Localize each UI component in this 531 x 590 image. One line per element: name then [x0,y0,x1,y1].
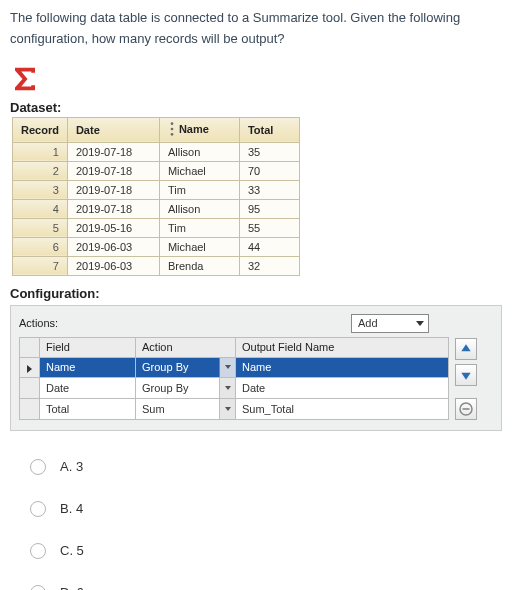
cell-total: 33 [239,180,299,199]
add-dropdown[interactable]: Add [351,314,429,333]
svg-point-2 [171,133,174,136]
cell-total: 35 [239,142,299,161]
option-label: B. 4 [60,501,83,516]
cell-record: 7 [13,256,68,275]
cell-total: 95 [239,199,299,218]
table-row: 62019-06-03Michael44 [13,237,300,256]
cell-field[interactable]: Total [40,398,136,419]
question-text: The following data table is connected to… [10,8,521,50]
delete-button[interactable] [455,398,477,420]
cell-record: 6 [13,237,68,256]
config-row[interactable]: DateGroup ByDate [20,378,449,399]
chevron-down-icon[interactable] [219,378,235,398]
option-label: D. 6 [60,585,84,590]
col-date: Date [67,117,159,142]
cell-action[interactable]: Group By [136,378,236,399]
add-dropdown-label: Add [358,317,378,329]
table-row: 12019-07-18Allison35 [13,142,300,161]
current-row-icon [27,365,32,373]
cell-record: 3 [13,180,68,199]
cell-name: Allison [159,199,239,218]
row-selector[interactable] [20,378,40,399]
table-row: 22019-07-18Michael70 [13,161,300,180]
col-name: Name [159,117,239,142]
dataset-table: Record Date Name Total 12019-07-18Alliso… [12,117,300,276]
cell-field[interactable]: Name [40,357,136,378]
radio-icon[interactable] [30,501,46,517]
col-total: Total [239,117,299,142]
svg-point-1 [171,127,174,130]
cell-output[interactable]: Sum_Total [236,398,449,419]
cell-name: Michael [159,161,239,180]
cell-action[interactable]: Group By [136,357,236,378]
config-row[interactable]: TotalSumSum_Total [20,398,449,419]
answer-option[interactable]: A. 3 [30,459,521,475]
config-row[interactable]: NameGroup ByName [20,357,449,378]
cell-name: Tim [159,218,239,237]
table-row: 42019-07-18Allison95 [13,199,300,218]
cell-total: 32 [239,256,299,275]
cell-name: Tim [159,180,239,199]
svg-point-0 [171,122,174,125]
cell-total: 70 [239,161,299,180]
cell-date: 2019-06-03 [67,237,159,256]
cell-date: 2019-06-03 [67,256,159,275]
cell-date: 2019-07-18 [67,180,159,199]
cell-total: 55 [239,218,299,237]
config-panel: Actions: Add Field Action Output Field N… [10,305,502,431]
table-row: 72019-06-03Brenda32 [13,256,300,275]
answer-options: A. 3B. 4C. 5D. 6 [30,459,521,590]
cell-total: 44 [239,237,299,256]
radio-icon[interactable] [30,459,46,475]
move-up-button[interactable] [455,338,477,360]
dataset-label: Dataset: [10,100,521,115]
cell-name: Michael [159,237,239,256]
cell-name: Allison [159,142,239,161]
cell-output[interactable]: Name [236,357,449,378]
chevron-down-icon[interactable] [219,399,235,419]
col-selector [20,337,40,357]
configuration-label: Configuration: [10,286,521,301]
cell-date: 2019-07-18 [67,161,159,180]
answer-option[interactable]: C. 5 [30,543,521,559]
chevron-down-icon[interactable] [219,358,235,378]
cell-record: 2 [13,161,68,180]
option-label: C. 5 [60,543,84,558]
cell-record: 4 [13,199,68,218]
summarize-tool-icon [10,64,40,94]
cell-name: Brenda [159,256,239,275]
row-selector[interactable] [20,357,40,378]
cell-date: 2019-07-18 [67,199,159,218]
row-selector[interactable] [20,398,40,419]
cell-field[interactable]: Date [40,378,136,399]
col-field: Field [40,337,136,357]
answer-option[interactable]: B. 4 [30,501,521,517]
config-table: Field Action Output Field Name NameGroup… [19,337,449,420]
radio-icon[interactable] [30,543,46,559]
col-record: Record [13,117,68,142]
table-row: 32019-07-18Tim33 [13,180,300,199]
actions-label: Actions: [19,317,58,329]
radio-icon[interactable] [30,585,46,590]
table-row: 52019-05-16Tim55 [13,218,300,237]
col-action: Action [136,337,236,357]
cell-record: 5 [13,218,68,237]
cell-action[interactable]: Sum [136,398,236,419]
option-label: A. 3 [60,459,83,474]
col-output: Output Field Name [236,337,449,357]
cell-date: 2019-07-18 [67,142,159,161]
cell-output[interactable]: Date [236,378,449,399]
cell-record: 1 [13,142,68,161]
move-down-button[interactable] [455,364,477,386]
chevron-down-icon [416,321,424,326]
cell-date: 2019-05-16 [67,218,159,237]
answer-option[interactable]: D. 6 [30,585,521,590]
svg-rect-4 [463,408,470,410]
